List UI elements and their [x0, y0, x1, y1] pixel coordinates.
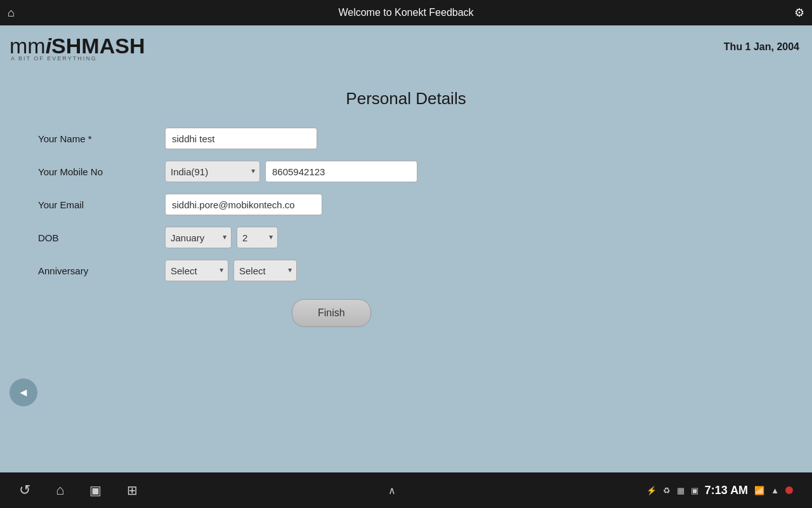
grid-nav-icon[interactable]: ⊞: [127, 483, 138, 498]
recycle-icon: ♻: [663, 486, 671, 495]
dob-inputs: January February March April May June Ju…: [165, 227, 278, 248]
your-name-input[interactable]: [165, 128, 317, 149]
form-table: Your Name * Your Mobile No India(91): [38, 128, 787, 327]
logo-subtitle: A BIT OF EVERYTHING: [10, 55, 145, 62]
anniversary-month-wrapper: Select: [165, 260, 228, 281]
anniversary-row: Anniversary Select Select: [38, 260, 787, 281]
signal-icon: ▲: [771, 486, 779, 495]
top-bar: ⌂ Welcome to Konekt Feedback ⚙: [0, 0, 812, 25]
your-name-inputs: [165, 128, 317, 149]
finish-row: Finish: [38, 293, 787, 327]
bottom-nav-left: ↺ ⌂ ▣ ⊞: [19, 482, 138, 498]
email-inputs: [165, 194, 322, 215]
bottom-bar: ↺ ⌂ ▣ ⊞ ∧ ⚡ ♻ ▦ ▣ 7:13 AM 📶 ▲: [0, 472, 812, 508]
anniversary-inputs: Select Select: [165, 260, 297, 281]
anniversary-label: Anniversary: [38, 265, 165, 276]
main-content: mmiSHMASH A BIT OF EVERYTHING Thu 1 Jan,…: [0, 25, 812, 483]
anniversary-day-select[interactable]: Select: [233, 260, 297, 281]
dob-month-wrapper: January February March April May June Ju…: [165, 227, 232, 248]
home-icon[interactable]: ⌂: [8, 6, 15, 20]
anniversary-day-wrapper: Select: [233, 260, 297, 281]
home-nav-icon[interactable]: ⌂: [56, 482, 64, 498]
mobile-number-input[interactable]: [265, 161, 417, 182]
settings-icon[interactable]: ⚙: [794, 6, 804, 20]
finish-button[interactable]: Finish: [292, 299, 371, 327]
dob-label: DOB: [38, 232, 165, 243]
screenshot-icon: ▣: [691, 486, 698, 495]
status-dot: [785, 486, 793, 494]
email-row: Your Email: [38, 194, 787, 215]
mobile-inputs: India(91): [165, 161, 417, 182]
mobile-label: Your Mobile No: [38, 166, 165, 177]
your-name-label: Your Name *: [38, 133, 165, 144]
time-display: 7:13 AM: [705, 484, 748, 497]
email-input[interactable]: [165, 194, 322, 215]
up-nav-icon[interactable]: ∧: [388, 485, 396, 497]
mobile-row: Your Mobile No India(91): [38, 161, 787, 182]
page-title: Personal Details: [25, 89, 787, 109]
country-select[interactable]: India(91): [165, 161, 260, 182]
country-select-wrapper: India(91): [165, 161, 260, 182]
bottom-nav-right: ⚡ ♻ ▦ ▣ 7:13 AM 📶 ▲: [646, 484, 793, 497]
dob-month-select[interactable]: January February March April May June Ju…: [165, 227, 232, 248]
storage-icon: ▦: [677, 486, 684, 495]
logo-area: mmiSHMASH A BIT OF EVERYTHING: [10, 35, 145, 62]
your-name-row: Your Name *: [38, 128, 787, 149]
logo-wrapper: mmiSHMASH A BIT OF EVERYTHING: [10, 35, 145, 62]
back-button[interactable]: [10, 378, 37, 406]
usb-icon: ⚡: [646, 486, 657, 495]
anniversary-month-select[interactable]: Select: [165, 260, 228, 281]
wifi-icon: 📶: [754, 486, 764, 495]
dob-day-select[interactable]: 1 2 3 4 5: [237, 227, 278, 248]
bottom-nav-center: ∧: [388, 485, 396, 497]
top-bar-title: Welcome to Konekt Feedback: [338, 7, 473, 18]
dob-day-wrapper: 1 2 3 4 5: [237, 227, 278, 248]
recent-nav-icon[interactable]: ▣: [89, 483, 102, 498]
date-display: Thu 1 Jan, 2004: [724, 41, 799, 53]
logo-image: mmiSHMASH: [10, 35, 145, 57]
email-label: Your Email: [38, 199, 165, 210]
finish-inputs: Finish: [165, 293, 371, 327]
back-nav-icon[interactable]: ↺: [19, 482, 30, 498]
dob-row: DOB January February March April May Jun…: [38, 227, 787, 248]
form-container: Personal Details Your Name * Your Mobile…: [0, 89, 812, 338]
